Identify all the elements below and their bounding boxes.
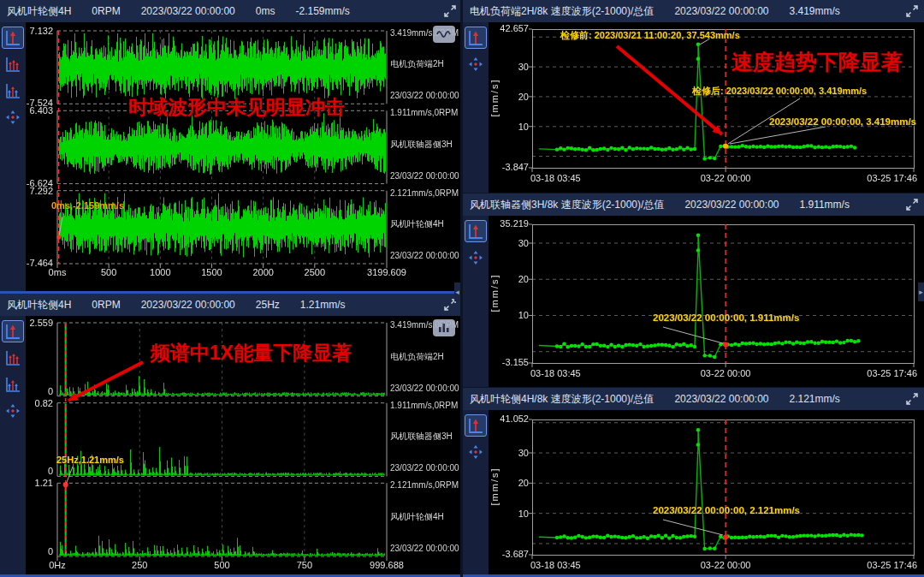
title-timestamp: 2023/03/22 00:00:00	[141, 299, 235, 311]
channel-date-label: 23/03/22 00:00:00	[390, 463, 459, 473]
trend-titlebar: 风机联轴器侧3H/8k 速度波形(2-1000)/总值 2023/03/22 0…	[463, 193, 924, 216]
collapse-left-handle[interactable]: ◂	[454, 283, 460, 301]
waveform-mini-icon[interactable]	[433, 26, 455, 43]
harmonic-cursor-button[interactable]	[2, 347, 24, 369]
title-cursor-value: -2.159mm/s	[295, 5, 349, 17]
x-tick-label: 03-18 03:45	[530, 560, 581, 570]
panel-trend-fan-3h: 风机联轴器侧3H/8k 速度波形(2-1000)/总值 2023/03/22 0…	[463, 193, 924, 387]
channel-date-label: 23/03/22 00:00:00	[390, 544, 459, 553]
single-cursor-button[interactable]	[2, 27, 24, 49]
x-tick-label: 03-25 17:46	[852, 173, 917, 183]
panel-spectrum: 风机叶轮侧4H 0RPM 2023/03/22 00:00:00 25Hz 1.…	[0, 294, 462, 574]
title-rpm: 0RPM	[92, 299, 120, 311]
harmonic-cursor-button[interactable]	[2, 53, 24, 75]
trend-plot-canvas[interactable]	[463, 216, 924, 387]
channel-date-label: 23/03/22 00:00:00	[390, 171, 459, 181]
title-value: 3.419mm/s	[789, 5, 839, 17]
x-tick-label: 250	[105, 560, 174, 570]
title-value: 1.911mm/s	[799, 199, 849, 211]
column-divider[interactable]	[460, 0, 463, 577]
move-button[interactable]	[2, 106, 24, 128]
title-measurement: 电机负荷端2H/8k 速度波形(2-1000)/总值	[470, 4, 654, 19]
collapse-right-handle[interactable]: ▸	[918, 283, 924, 301]
x-tick-label: 03-18 03:45	[530, 173, 581, 183]
y-axis-unit-label: [mm/s]	[489, 79, 500, 117]
annotation-cursor-point: 2023/03/22 00:00:00, 3.419mm/s	[769, 116, 916, 127]
x-tick-label: 999.688	[352, 560, 421, 570]
channel-date-label: 23/03/22 00:00:00	[390, 384, 459, 393]
channel-name-label: 电机负荷端2H	[390, 351, 444, 363]
x-tick-label: 0Hz	[23, 560, 92, 570]
channel-name-label: 风机联轴器侧3H	[390, 139, 453, 151]
title-channel: 风机叶轮侧4H	[7, 298, 71, 312]
title-timestamp: 2023/03/22 00:00:00	[674, 393, 768, 405]
move-button[interactable]	[465, 53, 487, 75]
title-timestamp: 2023/03/22 00:00:00	[674, 5, 768, 17]
spectrum-mini-icon[interactable]	[433, 319, 455, 336]
single-cursor-button[interactable]	[465, 27, 487, 49]
single-cursor-button[interactable]	[465, 414, 487, 437]
title-channel: 风机叶轮侧4H	[7, 4, 71, 19]
sideband-cursor-button[interactable]	[2, 373, 24, 396]
x-tick-label: 03-25 17:46	[852, 560, 917, 570]
expand-icon[interactable]	[905, 4, 919, 18]
title-timestamp: 2023/03/22 00:00:00	[684, 199, 779, 211]
trend-plot-canvas[interactable]	[463, 410, 924, 574]
x-tick-label: 03-18 03:45	[530, 368, 581, 378]
cursor-toolbar	[0, 22, 26, 291]
channel-name-label: 风机联轴器侧3H	[390, 431, 453, 443]
sideband-cursor-button[interactable]	[2, 80, 24, 102]
channel-date-label: 23/03/22 00:00:00	[390, 251, 459, 260]
channel-name-label: 风机叶轮侧4H	[390, 511, 444, 523]
y-axis-unit-label: [mm/s]	[489, 274, 500, 312]
title-rpm: 0RPM	[92, 5, 120, 17]
title-cursor-x: 0ms	[256, 5, 275, 17]
x-tick-label: 2500	[281, 267, 349, 277]
annotation-after-repair: 检修后: 2023/03/22 00:00:00, 3.419mm/s	[692, 85, 867, 98]
spectrum-titlebar: 风机叶轮侧4H 0RPM 2023/03/22 00:00:00 25Hz 1.…	[0, 294, 462, 316]
annotation-no-impact: 时域波形中未见明显冲击	[128, 94, 345, 121]
annotation-cursor-point: 2023/03/22 00:00:00, 2.121mm/s	[653, 505, 800, 515]
move-button[interactable]	[2, 400, 24, 422]
channel-name-label: 电机负荷端2H	[390, 58, 444, 70]
x-tick-label: 03-25 17:46	[852, 368, 917, 378]
move-button[interactable]	[465, 247, 487, 269]
expand-icon[interactable]	[905, 198, 919, 211]
x-tick-label: 03-22 00:00	[691, 173, 760, 183]
channel-name-label: 风机叶轮侧4H	[390, 218, 444, 230]
annotation-cursor-point: 2023/03/22 00:00:00, 1.911mm/s	[653, 312, 799, 323]
panel-trend-motor-2h: 电机负荷端2H/8k 速度波形(2-1000)/总值 2023/03/22 00…	[463, 0, 924, 193]
move-button[interactable]	[465, 441, 487, 463]
x-tick-label: 03-22 00:00	[691, 560, 760, 570]
channel-date-label: 23/03/22 00:00:00	[390, 91, 459, 100]
collapse-left-icon: ◂	[455, 288, 459, 296]
channel-value-label: 2.121mm/s,0RPM	[390, 480, 459, 490]
spectrum-peak-label: 25Hz,1.21mm/s	[56, 455, 124, 465]
collapse-right-icon: ▸	[919, 288, 923, 296]
title-value: 2.121mm/s	[789, 393, 839, 405]
x-tick-label: 3199.609	[352, 267, 421, 277]
single-cursor-button[interactable]	[2, 320, 24, 342]
panel-trend-fan-4h: 风机叶轮侧4H/8k 速度波形(2-1000)/总值 2023/03/22 00…	[463, 388, 924, 574]
title-measurement: 风机联轴器侧3H/8k 速度波形(2-1000)/总值	[470, 198, 664, 212]
y-axis-unit-label: [mm/s]	[489, 467, 500, 506]
horizontal-splitter[interactable]	[0, 291, 462, 294]
title-measurement: 风机叶轮侧4H/8k 速度波形(2-1000)/总值	[470, 392, 654, 407]
x-tick-label: 750	[270, 560, 339, 570]
expand-icon[interactable]	[905, 392, 919, 406]
waveform-titlebar: 风机叶轮侧4H 0RPM 2023/03/22 00:00:00 0ms -2.…	[0, 0, 462, 22]
trend-titlebar: 电机负荷端2H/8k 速度波形(2-1000)/总值 2023/03/22 00…	[463, 0, 924, 22]
title-timestamp: 2023/03/22 00:00:00	[141, 5, 235, 17]
title-cursor-value: 1.21mm/s	[300, 299, 346, 311]
cursor-toolbar	[0, 316, 26, 574]
single-cursor-button[interactable]	[465, 220, 487, 242]
waveform-cursor-label: 0ms,-2.159mm/s	[51, 200, 124, 211]
x-tick-label: 03-22 00:00	[691, 368, 760, 378]
expand-icon[interactable]	[443, 4, 457, 18]
vibration-analysis-app: 风机叶轮侧4H 0RPM 2023/03/22 00:00:00 0ms -2.…	[0, 0, 924, 577]
x-tick-label: 500	[188, 560, 257, 570]
trend-titlebar: 风机叶轮侧4H/8k 速度波形(2-1000)/总值 2023/03/22 00…	[463, 388, 924, 410]
panel-time-waveform: 风机叶轮侧4H 0RPM 2023/03/22 00:00:00 0ms -2.…	[0, 0, 462, 291]
title-cursor-x: 25Hz	[256, 299, 280, 311]
trend-toolbar	[463, 22, 489, 193]
